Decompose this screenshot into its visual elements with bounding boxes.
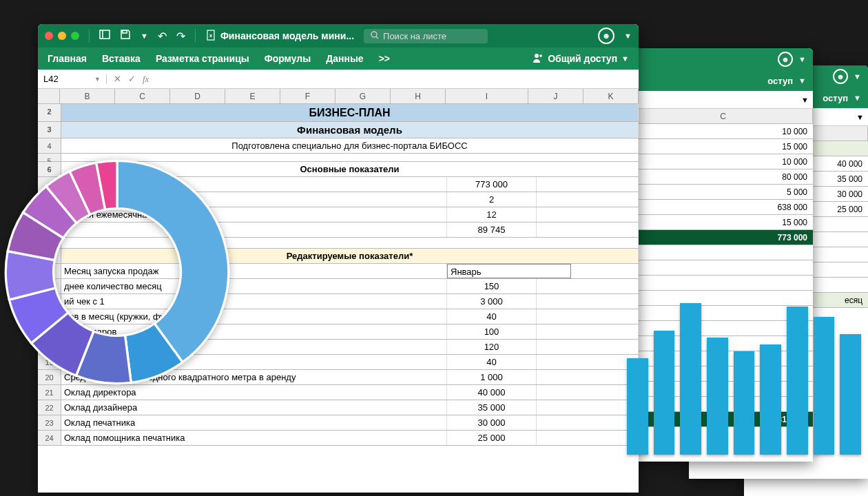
chevron-down-icon: ▼ — [621, 54, 629, 63]
value-cell[interactable]: 40 000 — [447, 385, 537, 400]
bar — [787, 307, 808, 455]
maximize-button[interactable] — [71, 32, 79, 40]
share-label[interactable]: оступ — [823, 93, 848, 103]
value-cell[interactable]: 12 — [447, 207, 537, 222]
minimize-button[interactable] — [58, 32, 66, 40]
bar — [680, 303, 701, 455]
doc-title-text: Финансовая модель мини... — [220, 30, 354, 41]
dropdown-cell[interactable]: Январь▼ — [447, 264, 571, 278]
bar — [814, 317, 835, 455]
col-header[interactable]: I — [446, 89, 528, 103]
col-header[interactable]: J — [528, 89, 583, 103]
col-header[interactable]: D — [170, 89, 225, 103]
svg-rect-2 — [123, 30, 127, 33]
value-cell[interactable]: 35 000 — [447, 400, 537, 415]
value-cell[interactable]: 15 000 — [634, 215, 813, 229]
document-title: x Финансовая модель мини... — [205, 30, 354, 43]
value-cell[interactable]: 30 000 — [447, 415, 537, 430]
value-cell[interactable] — [634, 245, 813, 260]
value-cell[interactable]: 773 000 — [447, 177, 537, 192]
share-label: Общий доступ — [548, 53, 617, 64]
value-cell[interactable] — [634, 276, 813, 290]
value-cell[interactable]: 80 000 — [634, 169, 813, 184]
formula-bar: L42 ▼ ✕ ✓ fx — [38, 70, 639, 89]
fx-label[interactable]: fx — [143, 74, 149, 85]
col-header[interactable]: G — [335, 89, 391, 103]
col-header[interactable]: C — [634, 109, 813, 123]
tab-pagelayout[interactable]: Разметка страницы — [156, 53, 249, 64]
col-header[interactable]: B — [60, 89, 115, 103]
column-headers: BCDEFGHIJK — [38, 89, 639, 104]
close-button[interactable] — [45, 32, 53, 40]
chevron-down-icon[interactable]: ▼ — [624, 32, 632, 40]
svg-text:x: x — [209, 32, 213, 39]
col-header[interactable]: K — [583, 89, 639, 103]
value-cell[interactable]: 2 — [447, 192, 537, 207]
share-label[interactable]: оступ — [767, 76, 793, 86]
value-cell[interactable]: 10 000 — [634, 124, 813, 138]
chevron-down-icon: ▼ — [856, 113, 864, 121]
value-cell[interactable]: 3 000 — [447, 294, 537, 309]
title-cell: БИЗНЕС-ПЛАН — [61, 104, 639, 121]
chevron-down-icon[interactable]: ▼ — [854, 94, 861, 102]
value-cell[interactable]: 89 745 — [447, 223, 537, 237]
value-cell[interactable]: 1 000 — [447, 370, 537, 384]
value-cell[interactable]: 40 — [447, 355, 537, 369]
undo-icon[interactable]: ↶ — [158, 30, 167, 43]
col-header[interactable]: H — [391, 89, 446, 103]
label-cell[interactable]: Оклад помощника печатника — [61, 431, 447, 445]
chevron-down-icon[interactable]: ▼ — [798, 76, 806, 85]
tab-insert[interactable]: Вставка — [102, 53, 141, 64]
value-cell[interactable]: 15 000 — [634, 139, 813, 154]
bar — [654, 331, 675, 455]
search-icon — [371, 31, 379, 41]
svg-line-6 — [376, 37, 378, 39]
value-cell[interactable]: 150 — [447, 279, 537, 293]
svg-point-7 — [535, 54, 539, 58]
value-cell[interactable]: 40 — [447, 309, 537, 324]
tab-home[interactable]: Главная — [48, 53, 87, 64]
tab-more[interactable]: >> — [379, 53, 390, 64]
layout-icon[interactable] — [99, 29, 110, 43]
confirm-icon[interactable]: ✓ — [128, 74, 136, 84]
label-cell[interactable]: Оклад директора — [61, 385, 447, 400]
person-plus-icon — [533, 52, 544, 65]
column-headers: C — [634, 109, 813, 124]
col-header[interactable]: E — [225, 89, 280, 103]
value-cell[interactable]: 25 000 — [447, 431, 537, 445]
value-cell[interactable]: 638 000 — [634, 200, 813, 214]
bar — [734, 351, 755, 455]
excel-file-icon: x — [205, 30, 216, 43]
select-all-corner[interactable] — [38, 89, 60, 103]
chevron-down-icon[interactable]: ▼ — [854, 72, 861, 81]
name-box[interactable]: L42 ▼ — [38, 74, 107, 84]
col-header[interactable]: F — [280, 89, 335, 103]
save-icon[interactable] — [120, 29, 131, 43]
value-cell[interactable]: 120 — [447, 340, 537, 354]
tab-formulas[interactable]: Формулы — [265, 53, 311, 64]
smiley-icon[interactable]: ☻ — [778, 52, 793, 67]
value-cell[interactable]: 5 000 — [634, 185, 813, 199]
label-cell[interactable]: Оклад печатника — [61, 415, 447, 430]
formula-stub: ▼ — [634, 91, 813, 109]
bar — [627, 358, 648, 455]
bar — [760, 344, 781, 455]
col-header[interactable]: C — [115, 89, 170, 103]
smiley-icon[interactable]: ☻ — [833, 69, 848, 84]
tab-data[interactable]: Данные — [326, 53, 363, 64]
total-cell[interactable]: 773 000 — [634, 230, 813, 245]
svg-rect-0 — [100, 30, 110, 39]
redo-icon[interactable]: ↷ — [176, 30, 185, 43]
bar — [707, 338, 728, 455]
search-box[interactable]: Поиск на листе — [364, 29, 488, 43]
label-cell[interactable]: Оклад дизайнера — [61, 400, 447, 415]
chevron-down-icon[interactable]: ▼ — [798, 55, 806, 63]
value-cell[interactable]: 10 000 — [634, 154, 813, 169]
dropdown-icon[interactable]: ▼ — [94, 76, 101, 83]
smiley-icon[interactable]: ☻ — [598, 28, 614, 44]
value-cell[interactable]: 100 — [447, 324, 537, 339]
share-button[interactable]: Общий доступ ▼ — [533, 52, 629, 65]
value-cell[interactable] — [634, 260, 813, 275]
chevron-down-icon[interactable]: ▼ — [141, 32, 148, 40]
cancel-icon[interactable]: ✕ — [114, 74, 121, 84]
